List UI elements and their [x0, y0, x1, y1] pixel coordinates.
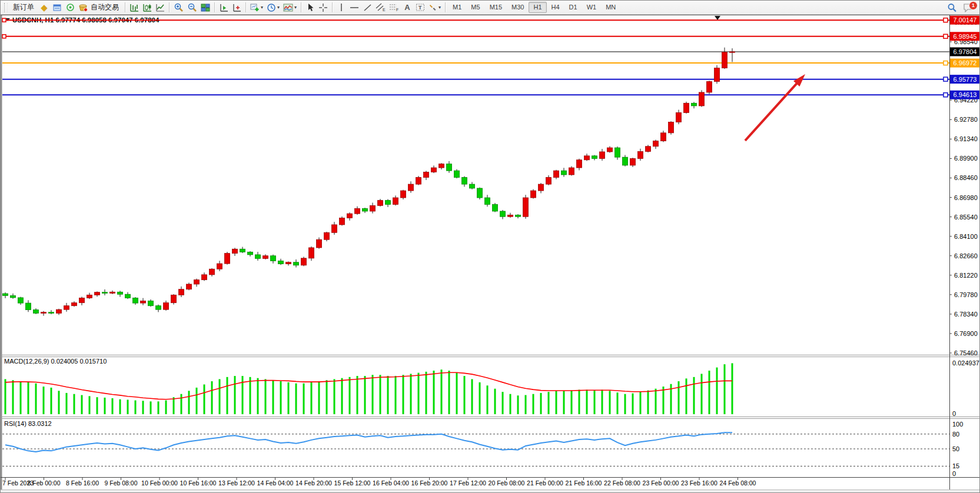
tile-windows-button[interactable] [199, 2, 212, 14]
candle [493, 205, 498, 211]
candle [447, 164, 452, 171]
line-anchor[interactable] [2, 35, 6, 38]
timeframe-m15[interactable]: M15 [485, 2, 507, 13]
date-label: 24 Feb 08:00 [720, 479, 756, 487]
date-label: 17 Feb 12:00 [450, 479, 486, 487]
arrows-tool[interactable]: ▾ [427, 2, 443, 14]
line-anchor[interactable] [944, 34, 948, 38]
candle [584, 156, 590, 160]
signals-icon[interactable] [64, 2, 77, 14]
candle [263, 256, 268, 259]
timeframe-d1[interactable]: D1 [564, 2, 582, 13]
candle [255, 255, 261, 258]
date-label: 8 Feb 00:00 [27, 479, 60, 487]
candle [148, 301, 154, 305]
candle [286, 262, 291, 264]
price-axis-tick-label: 6.89900 [954, 155, 978, 162]
candle [454, 171, 460, 177]
date-label: 14 Feb 04:00 [257, 479, 294, 487]
search-button[interactable] [945, 2, 959, 14]
candle [539, 184, 544, 191]
candlestick-icon [142, 4, 152, 12]
zoom-in-button[interactable] [172, 2, 185, 14]
candle [607, 148, 613, 152]
candle [232, 249, 238, 253]
candle [11, 296, 16, 298]
candle [225, 254, 230, 264]
price-axis-tick-label: 6.78340 [954, 311, 978, 318]
candle [309, 248, 314, 258]
rsi-axis-label: 15 [952, 462, 959, 469]
line-anchor[interactable] [944, 18, 948, 22]
candle [18, 298, 24, 303]
vertical-line-icon [338, 3, 345, 12]
rsi-axis-label: 100 [952, 421, 963, 428]
chart-background [1, 15, 980, 493]
date-label: 10 Feb 00:00 [141, 479, 178, 487]
candle [248, 252, 253, 255]
price-axis-tick-label: 6.85540 [954, 214, 978, 221]
svg-text:F: F [396, 8, 398, 12]
new-order-label: 新订单 [11, 2, 36, 12]
chart-area[interactable]: USDCNH, H1 6.97774 6.98058 6.97047 6.978… [1, 15, 980, 493]
clock-icon [267, 3, 276, 12]
candle [408, 184, 414, 191]
date-label: 16 Feb 20:00 [411, 479, 448, 487]
line-chart-type-button[interactable] [154, 2, 167, 14]
new-order-button[interactable]: 新订单 [9, 2, 38, 14]
toolbar: 新订单 ◆ 自动交易 [1, 1, 979, 15]
rsi-axis-label: 0 [952, 470, 956, 477]
indicators-button[interactable]: ▾ [281, 2, 298, 14]
line-anchor[interactable] [944, 77, 948, 81]
candle [523, 198, 529, 216]
equidistant-channel-tool[interactable]: E [374, 2, 387, 14]
candle [340, 218, 345, 224]
fibonacci-tool[interactable]: F [387, 2, 401, 14]
timeframe-mn[interactable]: MN [601, 2, 620, 13]
candle [470, 184, 475, 188]
zoom-out-button[interactable] [185, 2, 199, 14]
date-label: 21 Feb 00:00 [527, 479, 563, 487]
date-label: 16 Feb 04:00 [373, 479, 409, 487]
chat-button[interactable]: 1 [961, 2, 975, 14]
text-label-icon: T [416, 3, 425, 12]
trendline-icon [363, 4, 372, 12]
price-axis-tick-label: 6.79780 [954, 291, 978, 298]
candlestick-chart-type-button[interactable] [141, 2, 154, 14]
timeframe-m30[interactable]: M30 [507, 2, 529, 13]
text-label-tool[interactable]: T [414, 2, 427, 14]
timeframe-m5[interactable]: M5 [466, 2, 484, 13]
auto-trading-button[interactable]: 自动交易 [77, 2, 122, 14]
new-chart-button[interactable]: ▾ [248, 2, 265, 14]
toolbar-grip[interactable] [4, 3, 8, 12]
timeframe-h1[interactable]: H1 [529, 2, 546, 13]
line-anchor[interactable] [944, 93, 948, 97]
candle [569, 168, 574, 175]
candle [87, 295, 92, 298]
periods-button[interactable]: ▾ [265, 2, 281, 14]
auto-scroll-button[interactable] [217, 2, 230, 14]
chart-shift-button[interactable] [230, 2, 243, 14]
vertical-line-tool[interactable] [335, 2, 348, 14]
cursor-tool-button[interactable] [304, 2, 317, 14]
crosshair-tool-button[interactable] [317, 2, 330, 14]
timeframe-w1[interactable]: W1 [582, 2, 602, 13]
text-tool[interactable]: A [401, 2, 414, 14]
candle [516, 215, 521, 216]
horizontal-line-tool[interactable] [348, 2, 361, 14]
rsi-axis-label: 80 [952, 431, 959, 438]
macd-axis-min: 0 [952, 410, 956, 417]
timeframe-m1[interactable]: M1 [448, 2, 466, 13]
line-anchor[interactable] [2, 18, 6, 22]
market-watch-icon[interactable] [51, 2, 64, 14]
trendline-tool[interactable] [361, 2, 374, 14]
depth-of-market-icon[interactable]: ◆ [38, 2, 51, 14]
line-anchor[interactable] [944, 61, 948, 65]
timeframe-group: M1M5M15M30H1H4D1W1MN [448, 2, 620, 13]
candle [210, 269, 215, 275]
timeframe-h4[interactable]: H4 [547, 2, 564, 13]
candle [554, 171, 559, 177]
crosshair-icon [318, 3, 328, 12]
candle [393, 198, 398, 204]
bar-chart-type-button[interactable] [128, 2, 141, 14]
